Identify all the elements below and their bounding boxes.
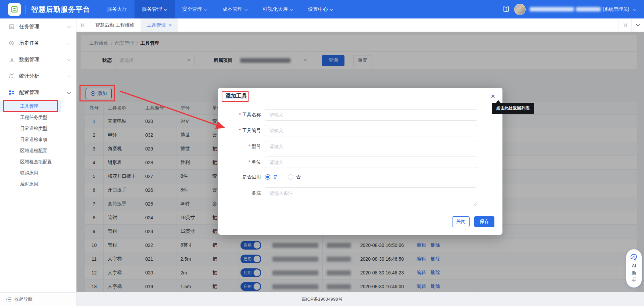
sidebar-item-label: 统计分析 bbox=[19, 73, 39, 79]
icp-license: 蜀ICP备19034998号 bbox=[301, 296, 342, 302]
radio-label: 是 bbox=[273, 174, 278, 180]
manual-book-icon[interactable] bbox=[502, 5, 510, 13]
menu-item-label: 服务大厅 bbox=[107, 6, 127, 12]
radio-option-no[interactable]: 否 bbox=[288, 174, 301, 180]
menu-item-label: 安全管理 bbox=[182, 6, 202, 12]
app-root: 智慧后勤服务平台 服务大厅 服务管理 安全管理 成本管理 可视化大屏 bbox=[0, 0, 644, 306]
redacted-username bbox=[530, 7, 574, 11]
remark-textarea[interactable] bbox=[265, 187, 477, 206]
tool-code-input[interactable] bbox=[265, 125, 477, 136]
tab-tool-management[interactable]: 工具管理 × bbox=[141, 18, 178, 32]
tab-engineering[interactable]: 智慧后勤-工程维修 bbox=[89, 18, 141, 32]
tabs-menu-icon[interactable] bbox=[631, 18, 644, 32]
form-row-remark: 备注 bbox=[218, 187, 502, 206]
menu-item-label: 可视化大屏 bbox=[263, 6, 288, 12]
field-label: 是否启用 bbox=[218, 174, 265, 180]
sidebar-subitem[interactable]: 取消原因 bbox=[0, 167, 76, 178]
sidebar-subitem[interactable]: 工具管理 bbox=[0, 101, 61, 112]
field-label: 工具名称 bbox=[218, 112, 265, 118]
menu-item-label: 设置中心 bbox=[308, 6, 328, 12]
field-label: 备注 bbox=[218, 187, 265, 196]
sidebar-subitem[interactable]: 延迟原因 bbox=[0, 178, 76, 189]
tab-label: 智慧后勤-工程维修 bbox=[95, 22, 135, 28]
tabs-scroll-left-icon[interactable] bbox=[76, 18, 89, 32]
chevron-down-icon bbox=[67, 74, 71, 77]
radio-unselected-icon[interactable] bbox=[288, 174, 293, 180]
chevron-down-icon bbox=[67, 41, 71, 44]
sidebar-subitem-label: 取消原因 bbox=[20, 170, 38, 175]
tab-close-icon[interactable]: × bbox=[169, 23, 172, 28]
sidebar-item-tasks[interactable]: 任务管理 bbox=[0, 18, 76, 35]
radio-option-yes[interactable]: 是 bbox=[265, 174, 278, 180]
form-row-model: 型号 bbox=[218, 141, 502, 152]
menu-item-label: 成本管理 bbox=[222, 6, 243, 12]
chevron-down-icon bbox=[67, 57, 71, 61]
menu-item[interactable]: 安全管理 bbox=[175, 0, 215, 18]
modal-header: 添加工具 × bbox=[218, 88, 502, 105]
sidebar-item-config[interactable]: 配置管理 bbox=[0, 84, 76, 101]
sidebar-item-stats[interactable]: 统计分析 bbox=[0, 68, 76, 84]
menu-item[interactable]: 服务大厅 bbox=[100, 0, 135, 18]
field-label: 单位 bbox=[218, 159, 265, 165]
sidebar-item-label: 历史任务 bbox=[19, 40, 39, 46]
sidebar-item-label: 数据管理 bbox=[19, 56, 39, 63]
sidebar-item-history[interactable]: 历史任务 bbox=[0, 35, 76, 51]
main-menu: 服务大厅 服务管理 安全管理 成本管理 可视化大屏 设置中心 bbox=[100, 0, 341, 18]
menu-item[interactable]: 可视化大屏 bbox=[255, 0, 301, 18]
user-avatar[interactable] bbox=[514, 4, 526, 15]
sidebar-subitem-label: 日常巡检类型 bbox=[20, 126, 47, 131]
page-tabbar: 智慧后勤-工程维修 工具管理 × bbox=[76, 18, 644, 32]
tool-name-input[interactable] bbox=[265, 109, 477, 121]
sidebar-subitem[interactable]: 日常巡检事项 bbox=[0, 134, 76, 145]
modal-footer: 关闭 保存 bbox=[218, 216, 502, 227]
close-icon[interactable]: × bbox=[491, 93, 495, 100]
app-title: 智慧后勤服务平台 bbox=[31, 5, 90, 14]
unit-input[interactable] bbox=[265, 157, 477, 168]
chevron-down-icon bbox=[67, 24, 71, 28]
chevron-down-icon bbox=[330, 7, 333, 10]
model-input[interactable] bbox=[265, 141, 477, 152]
sidebar-subitem[interactable]: 工程任务类型 bbox=[0, 112, 76, 123]
redacted-username bbox=[576, 7, 601, 11]
menu-item-label: 服务管理 bbox=[142, 6, 162, 12]
sidebar-subitem-label: 工程任务类型 bbox=[20, 115, 47, 120]
ai-assistant-label: AI 助 手 bbox=[632, 263, 636, 284]
page-footer: 蜀ICP备19034998号 收起导航 bbox=[0, 292, 644, 306]
sidebar-subitem[interactable]: 区域检查项配置 bbox=[0, 156, 76, 167]
form-row-enabled: 是否启用 是 否 bbox=[218, 174, 502, 180]
close-button[interactable]: 关闭 bbox=[452, 216, 470, 227]
top-navbar: 智慧后勤服务平台 服务大厅 服务管理 安全管理 成本管理 可视化大屏 bbox=[0, 0, 644, 18]
radio-selected-icon[interactable] bbox=[265, 174, 270, 180]
radio-label: 否 bbox=[296, 174, 301, 180]
ai-assistant-icon: AI bbox=[629, 253, 639, 261]
sidebar-subitem-label: 区域巡检配置 bbox=[20, 148, 47, 153]
form-row-tool-code: 工具编号 bbox=[218, 125, 502, 136]
collapse-nav-label: 收起导航 bbox=[14, 296, 33, 302]
chevron-down-icon bbox=[67, 90, 71, 94]
navbar-right: (系统管理员) bbox=[502, 4, 644, 15]
sidebar-item-data[interactable]: 数据管理 bbox=[0, 51, 76, 68]
sidebar-subitem-label: 工具管理 bbox=[20, 104, 38, 109]
tab-label: 工具管理 bbox=[147, 22, 166, 28]
sidebar-submenu: 工具管理 工程任务类型 日常巡检类型 日常巡检事项 区域巡检配置 区域检查项配置 bbox=[0, 101, 76, 189]
chevron-down-icon bbox=[289, 7, 293, 10]
collapse-nav-button[interactable]: 收起导航 bbox=[0, 292, 76, 306]
sidebar-subitem[interactable]: 日常巡检类型 bbox=[0, 123, 76, 134]
user-menu[interactable]: (系统管理员) bbox=[530, 6, 637, 12]
menu-item[interactable]: 设置中心 bbox=[301, 0, 341, 18]
divider bbox=[25, 5, 26, 14]
tabs-scroll-right-icon[interactable] bbox=[619, 18, 631, 32]
modal-body: 工具名称 工具编号 型号 单位 是否启用 bbox=[218, 105, 502, 227]
app-logo-icon bbox=[8, 3, 21, 16]
chevron-down-icon bbox=[244, 7, 248, 10]
sidebar-subitem[interactable]: 区域巡检配置 bbox=[0, 145, 76, 156]
modal-title: 添加工具 bbox=[225, 93, 247, 100]
sidebar-subitem-label: 日常巡检事项 bbox=[20, 137, 47, 142]
collapse-nav-icon bbox=[6, 297, 12, 302]
menu-item[interactable]: 成本管理 bbox=[215, 0, 255, 18]
sidebar-item-label: 任务管理 bbox=[19, 24, 39, 30]
menu-item[interactable]: 服务管理 bbox=[135, 0, 175, 18]
save-button[interactable]: 保存 bbox=[474, 216, 494, 227]
main-content: 工程维修 / 配置管理 / 工具管理 状态 请选择 所属项目 查询 重置 bbox=[76, 32, 644, 292]
ai-assistant-button[interactable]: AI AI 助 手 bbox=[626, 249, 642, 288]
